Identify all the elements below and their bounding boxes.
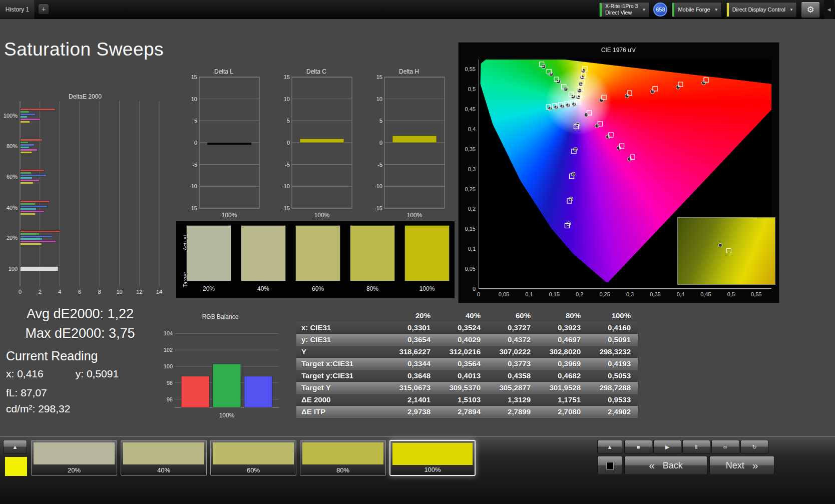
row-value: 298,7288 [587, 383, 637, 392]
tab-history-1[interactable]: History 1 [0, 0, 35, 19]
expand-patch-panel-button[interactable]: ▲ [3, 440, 27, 454]
row-value: 0,3969 [537, 359, 587, 368]
settings-button[interactable]: ⚙ [801, 2, 820, 18]
y-tick-label: -5 [285, 162, 290, 168]
deltae-bar [21, 144, 35, 146]
y-tick-label: 5 [287, 118, 290, 124]
source-dropdown[interactable]: Mobile Forge ▼ [671, 2, 721, 18]
swatch-label: 40% [121, 466, 206, 474]
back-button[interactable]: « Back [624, 456, 707, 475]
chevron-down-icon: ▼ [714, 8, 718, 12]
deltae-bar [21, 241, 56, 243]
patch-swatch-label: 60% [295, 285, 340, 292]
row-value: 0,4029 [437, 335, 487, 344]
deltae-bar [21, 119, 41, 121]
y-category-label: 100 [9, 266, 18, 272]
topbar-controls: X-Rite i1Pro 3 Direct View ▼ 658 Mobile … [599, 0, 834, 19]
patch-swatch-label: 80% [350, 285, 395, 292]
collapse-arrow-icon: ◀ [827, 7, 831, 12]
patch-comparison-strip: Actual Target 20%40%60%80%100% [176, 221, 455, 298]
row-value: 0,3564 [437, 359, 487, 368]
saturation-swatch-button-40%[interactable]: 40% [121, 440, 207, 476]
add-tab-button[interactable]: + [38, 4, 49, 15]
row-value: 0,9533 [587, 395, 637, 404]
y-tick-label: 104 [164, 330, 173, 336]
cie-zoom-inset [677, 217, 775, 285]
cie-y-tick-label: 0,45 [460, 106, 476, 112]
stop-button[interactable]: ■ [624, 440, 652, 454]
current-y: y: 0,5091 [76, 368, 119, 379]
deltae-bar [21, 231, 60, 233]
row-value: 1,3129 [487, 395, 537, 404]
blank-screen-button[interactable] [597, 456, 622, 475]
swatch-color [34, 442, 115, 464]
rgb-bar-G [213, 364, 241, 407]
deltae-bar [21, 238, 43, 240]
swatch-color [302, 442, 383, 464]
cie-y-tick-label: 0,35 [460, 146, 476, 152]
swatch-color [213, 442, 294, 464]
deltae-bar [21, 121, 30, 123]
row-value: 0,4682 [537, 371, 587, 380]
deltae2000-svg: 02468101214100%80%60%40%20%100 [0, 100, 170, 298]
y-category-label: 60% [7, 174, 18, 180]
y-tick-label: -5 [192, 162, 197, 168]
meter-dropdown[interactable]: X-Rite i1Pro 3 Direct View ▼ [599, 2, 649, 18]
cie-x-tick-label: 0,35 [650, 291, 660, 297]
measured-point [560, 105, 564, 109]
y-tick-label: -15 [189, 205, 197, 211]
reading-count-badge[interactable]: 658 [653, 3, 667, 17]
patch-swatch-20% [186, 225, 231, 281]
expand-transport-panel-button[interactable]: ▲ [597, 440, 622, 454]
cie-x-tick-label: 0,25 [599, 291, 610, 297]
y-tick-label: 5 [379, 118, 382, 124]
max-de2000: Max dE2000: 3,75 [8, 324, 153, 343]
delta-l-title: Delta L [186, 68, 261, 75]
up-arrow-icon: ▲ [607, 444, 613, 450]
deltae-bar [21, 211, 45, 213]
row-value: 0,3654 [386, 335, 437, 344]
deltae-bar [21, 177, 33, 179]
chevron-down-icon: ▼ [642, 8, 646, 12]
avg-de2000: Avg dE2000: 1,22 [8, 304, 153, 324]
row-value: 2,7899 [487, 407, 537, 416]
deltae-bar [21, 111, 30, 113]
source-status-bar [672, 3, 674, 17]
y-category-label: 80% [7, 143, 18, 149]
row-value: 2,9738 [386, 407, 437, 416]
row-value: 0,3727 [487, 323, 537, 332]
y-tick-label: -5 [377, 162, 382, 168]
continuous-mode-button[interactable]: ∞ [711, 440, 739, 454]
results-table-column-header: 60% [487, 311, 537, 320]
saturation-swatch-button-80%[interactable]: 80% [300, 440, 386, 476]
back-chevron-icon: « [649, 459, 655, 471]
display-control-dropdown[interactable]: Direct Display Control ▼ [726, 2, 797, 18]
deltae-bar [21, 172, 32, 174]
saturation-swatch-button-20%[interactable]: 20% [31, 440, 117, 476]
pause-button[interactable]: Ⅱ [682, 440, 710, 454]
saturation-swatch-button-60%[interactable]: 60% [210, 440, 296, 476]
delta-c-plot: 151050-5-10-15100% [279, 75, 354, 222]
cie-x-tick-label: 0,4 [677, 291, 684, 297]
next-button[interactable]: Next » [709, 456, 774, 475]
current-reading-xy: x: 0,416y: 0,5091 [6, 368, 119, 380]
play-button[interactable]: ▶ [653, 440, 681, 454]
row-value: 0,3524 [437, 323, 487, 332]
deltae-bar [21, 243, 42, 245]
delta_l-bar [207, 143, 251, 145]
infinity-icon: ∞ [723, 444, 727, 450]
loop-button[interactable]: ↻ [740, 440, 768, 454]
row-value: 0,4372 [487, 335, 537, 344]
row-value: 1,5103 [437, 395, 487, 404]
deltae-bar [21, 147, 30, 149]
patch-swatch-60% [295, 225, 340, 281]
deltae-bar [21, 109, 56, 111]
collapse-panel-button[interactable]: ◀ [824, 0, 834, 19]
current-x: x: 0,416 [6, 368, 44, 379]
deltae-bar [21, 203, 36, 205]
saturation-swatch-button-100%[interactable]: 100% [389, 440, 476, 476]
x-tick-label: 2 [39, 289, 42, 295]
cie-x-tick-label: 0,15 [549, 291, 560, 297]
y-tick-label: 15 [284, 75, 290, 80]
table-row: ΔE 20002,14011,51031,31291,17510,9533 [296, 394, 638, 406]
